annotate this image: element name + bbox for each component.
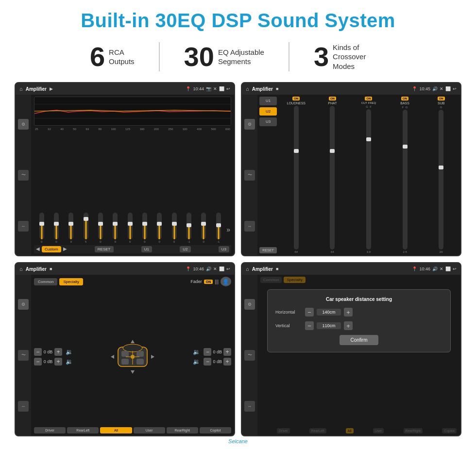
cx-icon-3[interactable]: ↔ (244, 221, 255, 232)
eq-slider-0: 0 (35, 213, 48, 243)
cx-u3-btn[interactable]: U3 (259, 117, 277, 126)
cx-cutfreq: ON CUT FREQ G F 3.0 (351, 97, 386, 253)
fader-icon-3[interactable]: ↔ (18, 401, 29, 412)
fader-rearleft-btn[interactable]: RearLeft (67, 427, 99, 433)
fader-driver-btn[interactable]: Driver (34, 427, 66, 433)
eq-u2-btn[interactable]: U2 (180, 246, 190, 252)
eq-graph (34, 97, 231, 126)
dist-content: ⚙ 〜 ↔ Common Specialty Car speaker dista… (242, 275, 460, 435)
eq-scroll-right[interactable]: » (226, 226, 230, 243)
fader-user-btn[interactable]: User (134, 427, 165, 433)
stat-rca-label: RCAOutputs (109, 48, 135, 67)
dist-bg-bottom: Driver RearLeft All User RearRight Copil… (277, 428, 457, 433)
eq-icon-1[interactable]: ⚙ (18, 119, 29, 130)
fader-specialty-tab[interactable]: Specialty (59, 278, 83, 285)
home-icon: ⌂ (19, 86, 23, 92)
cx-cutfreq-slider[interactable] (366, 109, 371, 249)
fader-speaker-left2-icon: 🔉 (66, 358, 73, 365)
eq-slider-12: -1 (212, 213, 225, 243)
dist-horizontal-minus[interactable]: − (305, 308, 314, 316)
dist-bg-rearright-btn: RearRight (404, 428, 423, 433)
cx-icon-1[interactable]: ⚙ (244, 119, 255, 130)
fader-db-val-1: 0 dB (43, 349, 53, 354)
cx-u1-btn[interactable]: U1 (259, 97, 277, 105)
fader-on-badge[interactable]: ON (204, 280, 213, 284)
cx-loudness-on[interactable]: ON (292, 97, 300, 100)
dist-bg-driver-btn: Driver (277, 428, 290, 433)
dist-icon-2[interactable]: 〜 (244, 350, 255, 361)
stat-rca-number: 6 (90, 43, 105, 70)
dist-confirm-btn[interactable]: Confirm (340, 335, 378, 345)
cx-u2-btn[interactable]: U2 (259, 107, 277, 116)
dist-bg-user-btn: User (373, 428, 384, 433)
dist-window-icon: ⬜ (445, 266, 451, 271)
fader-copilot-btn[interactable]: Copilot (200, 427, 231, 433)
eq-icon-3[interactable]: ↔ (18, 221, 29, 232)
fader-bars-icon: ||| (215, 279, 219, 284)
fader-all-btn[interactable]: All (100, 427, 132, 433)
dist-icon-1[interactable]: ⚙ (244, 299, 255, 310)
fader-plus-3[interactable]: + (223, 348, 231, 356)
dist-vertical-plus[interactable]: + (344, 321, 353, 330)
eq-window-icon: ⬜ (219, 86, 224, 91)
fader-rearright-btn[interactable]: RearRight (167, 427, 198, 433)
eq-prev-btn[interactable]: ◀ (36, 246, 40, 252)
fader-minus-1[interactable]: − (34, 348, 42, 356)
dist-icon-3[interactable]: ↔ (244, 401, 255, 412)
dist-horizontal-plus[interactable]: + (344, 308, 353, 316)
cx-reset-btn[interactable]: RESET (259, 247, 277, 253)
cx-loudness-slider[interactable] (294, 106, 299, 249)
cx-sub-on[interactable]: ON (438, 97, 445, 100)
fader-plus-1[interactable]: + (54, 348, 62, 356)
fader-window-icon: ⬜ (219, 266, 224, 271)
eq-slider-9: 0 (168, 213, 181, 243)
dist-vertical-minus[interactable]: − (305, 321, 314, 330)
fader-db-row-4: 🔉 − 0 dB + (193, 358, 231, 366)
dist-bg-common-tab: Common (260, 277, 282, 283)
fader-icon-2[interactable]: 〜 (18, 350, 29, 361)
cx-record-icon: ■ (276, 86, 278, 91)
cx-cutfreq-on[interactable]: ON (365, 97, 372, 100)
fader-plus-2[interactable]: + (54, 358, 62, 366)
stats-row: 6 RCAOutputs 30 EQ AdjustableSegments 3 … (15, 42, 461, 71)
dist-vertical-row: Vertical − 110cm + (275, 321, 442, 330)
dist-vertical-value: 110cm (317, 322, 341, 329)
fader-plus-4[interactable]: + (223, 358, 231, 366)
fader-common-tab[interactable]: Common (34, 278, 57, 285)
dist-app-name: Amplifier (252, 266, 273, 272)
dist-bg-all-btn: All (346, 428, 354, 433)
cx-phat-on[interactable]: ON (329, 97, 336, 100)
eq-custom-btn[interactable]: Custom (42, 246, 61, 252)
cx-sub: ON SUB G 20 (424, 97, 459, 253)
page-wrapper: Built-in 30EQ DSP Sound System 6 RCAOutp… (0, 0, 476, 449)
fader-minus-4[interactable]: − (204, 358, 211, 366)
dist-horizontal-value: 140cm (317, 309, 341, 316)
fader-volume-icon: 🔊 (206, 266, 211, 271)
dist-volume-icon: 🔊 (432, 266, 438, 271)
eq-time: 10:44 (193, 86, 204, 91)
stat-rca: 6 RCAOutputs (66, 43, 159, 70)
dist-bg-rearleft-btn: RearLeft (309, 428, 326, 433)
eq-reset-btn[interactable]: RESET (95, 246, 114, 252)
fader-minus-3[interactable]: − (204, 348, 211, 356)
fader-icon-1[interactable]: ⚙ (18, 299, 29, 310)
fader-label: Fader (190, 279, 202, 284)
cx-close-icon: ✕ (440, 86, 443, 91)
fader-minus-2[interactable]: − (34, 358, 42, 366)
cx-bass-on[interactable]: ON (401, 97, 408, 100)
crossover-screen: ⌂ Amplifier ■ 📍 10:45 🔊 ✕ ⬜ ↩ ⚙ 〜 ↔ (241, 82, 461, 256)
eq-icon-2[interactable]: 〜 (18, 170, 29, 181)
cx-bass-slider[interactable] (403, 110, 408, 249)
fader-right-controls: 🔉 − 0 dB + 🔉 − 0 dB + (192, 348, 231, 366)
cx-sub-slider[interactable] (439, 110, 443, 249)
cx-main: U1 U2 U3 RESET ON LOUDNESS (257, 95, 460, 255)
eq-u3-btn[interactable]: U3 (219, 246, 229, 252)
eq-freq-labels: 253240506380100125160200250320400500630 (34, 128, 231, 131)
dist-bg-copilot-btn: Copilot (442, 428, 457, 433)
cx-bass: ON BASS F G 2.5 (388, 97, 423, 253)
cx-phat-slider[interactable] (330, 106, 335, 249)
eq-next-btn[interactable]: ▶ (63, 246, 67, 252)
eq-u1-btn[interactable]: U1 (141, 246, 152, 252)
fader-main: Common Specialty Fader ON ||| 👤 (31, 275, 234, 435)
cx-icon-2[interactable]: 〜 (244, 170, 255, 181)
